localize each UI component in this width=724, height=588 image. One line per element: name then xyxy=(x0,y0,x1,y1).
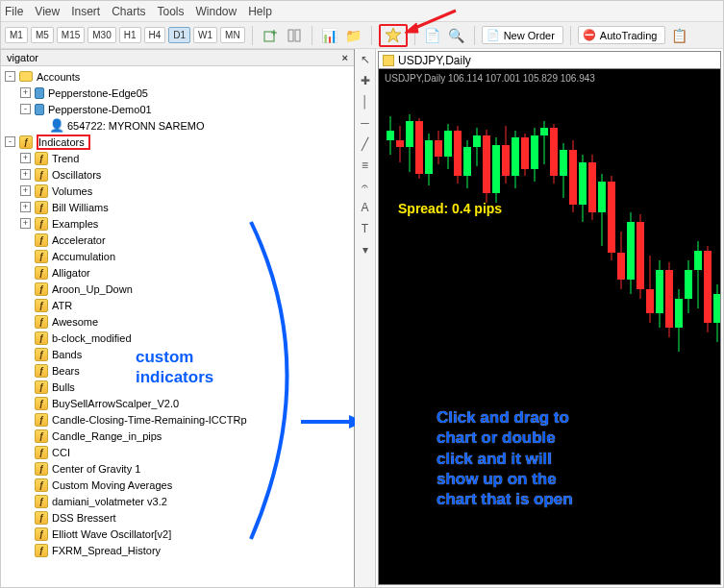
tree-custom-indicator[interactable]: ƒCustom Moving Averages xyxy=(5,477,354,493)
expand-toggle[interactable]: + xyxy=(20,87,31,98)
chart-window[interactable]: USDJPY,Daily USDJPY,Daily 106.114 107.00… xyxy=(378,51,721,585)
expand-toggle[interactable]: + xyxy=(20,169,31,180)
tf-w1[interactable]: W1 xyxy=(193,27,217,43)
label-tool[interactable]: T xyxy=(357,220,374,237)
tf-d1[interactable]: D1 xyxy=(168,27,190,43)
expand-toggle[interactable]: + xyxy=(20,153,31,163)
tf-mn[interactable]: MN xyxy=(220,27,245,43)
tree-indicator-group[interactable]: +ƒVolumes xyxy=(5,183,354,199)
menu-view[interactable]: View xyxy=(35,5,60,18)
tree-custom-indicator[interactable]: ƒElliott Wave Oscillator[v2] xyxy=(5,526,354,542)
channel-tool[interactable]: ≡ xyxy=(357,157,374,174)
crosshair-tool[interactable]: ✚ xyxy=(357,72,374,89)
indicator-icon: ƒ xyxy=(35,201,48,214)
tree-user-account[interactable]: 👤654722: MYRONN SAREMO xyxy=(5,117,354,134)
nav-icon[interactable]: 📁 xyxy=(343,25,364,46)
indicator-icon: ƒ xyxy=(35,282,48,296)
candle xyxy=(540,87,548,584)
tree-custom-indicator[interactable]: ƒCenter of Gravity 1 xyxy=(5,460,354,477)
indicator-icon: ƒ xyxy=(35,511,48,525)
indicator-icon: ƒ xyxy=(35,397,48,410)
tree-label: Accumulation xyxy=(52,251,115,262)
tree-custom-indicator[interactable]: ƒAroon_Up_Down xyxy=(5,281,354,297)
cursor-tool[interactable]: ↖ xyxy=(357,51,374,68)
tree-account[interactable]: -Pepperstone-Demo01 xyxy=(5,101,354,117)
candle xyxy=(694,87,702,584)
horizontal-line-tool[interactable]: ─ xyxy=(357,114,374,132)
expand-toggle[interactable]: + xyxy=(20,202,31,212)
trendline-tool[interactable]: ╱ xyxy=(357,135,374,153)
text-tool[interactable]: A xyxy=(357,199,374,216)
menu-tools[interactable]: Tools xyxy=(158,5,185,18)
tree-label: damiani_volatmeter v3.2 xyxy=(52,496,167,507)
new-chart-icon[interactable] xyxy=(260,25,281,46)
tf-h4[interactable]: H4 xyxy=(144,27,166,43)
candle xyxy=(617,87,625,584)
tree-label: Pepperstone-Demo01 xyxy=(48,104,152,115)
candle xyxy=(646,87,654,584)
indicator-icon: ƒ xyxy=(35,364,48,378)
tree-indicator-group[interactable]: +ƒOscillators xyxy=(5,166,354,183)
tree-label: ATR xyxy=(52,300,72,311)
menu-help[interactable]: Help xyxy=(248,5,272,18)
tree-indicator-group[interactable]: +ƒBill Williams xyxy=(5,199,354,215)
tree-label: Elliott Wave Oscillator[v2] xyxy=(52,528,171,540)
chart-tab-bar: USDJPY,Daily xyxy=(379,52,720,69)
menu-window[interactable]: Window xyxy=(196,5,237,18)
tree-custom-indicator[interactable]: ƒAccumulation xyxy=(5,248,354,264)
tree-custom-indicator[interactable]: ƒCandle_Range_in_pips xyxy=(5,428,354,444)
indicator-icon: ƒ xyxy=(35,299,48,312)
candle xyxy=(560,87,567,584)
tree-custom-indicator[interactable]: ƒDSS Bressert xyxy=(5,509,354,526)
auto-trading-button[interactable]: ⛔ AutoTrading xyxy=(578,26,666,44)
chart-canvas[interactable]: Spread: 0.4 pips xyxy=(379,87,720,584)
tree-account[interactable]: +Pepperstone-Edge05 xyxy=(5,85,354,101)
tree-custom-indicator[interactable]: ƒATR xyxy=(5,297,354,313)
candle xyxy=(608,87,615,584)
new-order-icon: 📄 xyxy=(487,29,500,41)
tree-accounts[interactable]: -Accounts xyxy=(5,68,354,85)
navigator-close[interactable]: × xyxy=(342,52,348,63)
tf-h1[interactable]: H1 xyxy=(119,27,141,43)
tree-label: DSS Bressert xyxy=(52,512,116,524)
tf-m1[interactable]: M1 xyxy=(5,27,28,43)
menu-bar: File View Insert Charts Tools Window Hel… xyxy=(1,1,723,22)
indicator-icon: ƒ xyxy=(35,462,48,476)
tree-custom-indicator[interactable]: ƒdamiani_volatmeter v3.2 xyxy=(5,493,354,509)
tree-custom-indicator[interactable]: ƒFXRM_Spread_History xyxy=(5,542,354,558)
profiles-icon[interactable] xyxy=(284,25,305,46)
expand-toggle[interactable]: - xyxy=(5,71,15,82)
expert-list-icon[interactable]: 📋 xyxy=(668,25,689,46)
expand-toggle[interactable]: - xyxy=(20,104,31,114)
chart-tab-icon xyxy=(383,55,394,66)
tf-m15[interactable]: M15 xyxy=(57,27,85,43)
market-watch-icon[interactable]: 📊 xyxy=(319,25,340,46)
tree-custom-indicator[interactable]: ƒAccelerator xyxy=(5,232,354,248)
expand-toggle[interactable]: + xyxy=(20,218,31,229)
tree-indicator-group[interactable]: +ƒExamples xyxy=(5,215,354,232)
vertical-line-tool[interactable]: │ xyxy=(357,93,374,110)
tree-custom-indicator[interactable]: ƒCCI xyxy=(5,444,354,460)
candle xyxy=(685,87,692,584)
new-order-button[interactable]: 📄 New Order xyxy=(482,26,563,44)
tf-m30[interactable]: M30 xyxy=(87,27,115,43)
tf-m5[interactable]: M5 xyxy=(31,27,54,43)
tree-custom-indicator[interactable]: ƒAwesome xyxy=(5,313,354,330)
tree-custom-indicator[interactable]: ƒBuySellArrowScalper_V2.0 xyxy=(5,395,354,411)
arrows-tool[interactable]: ▾ xyxy=(357,241,374,258)
menu-insert[interactable]: Insert xyxy=(71,5,100,18)
tree-label: Accounts xyxy=(37,71,80,83)
tree-indicators[interactable]: -ƒIndicators xyxy=(5,134,354,150)
fibonacci-tool[interactable]: 𝄐 xyxy=(357,178,374,195)
navigator-tree[interactable]: -Accounts+Pepperstone-Edge05-Pepperstone… xyxy=(1,66,354,587)
tree-indicator-group[interactable]: +ƒTrend xyxy=(5,150,354,166)
menu-charts[interactable]: Charts xyxy=(112,5,145,18)
expand-toggle[interactable]: - xyxy=(5,136,15,147)
tree-custom-indicator[interactable]: ƒAlligator xyxy=(5,264,354,281)
expand-toggle[interactable]: + xyxy=(20,185,31,196)
tree-custom-indicator[interactable]: ƒb-clock_modified xyxy=(5,330,354,346)
chart-tab-label[interactable]: USDJPY,Daily xyxy=(398,54,471,67)
tree-label: Pepperstone-Edge05 xyxy=(48,87,148,99)
menu-file[interactable]: File xyxy=(5,5,23,18)
tree-custom-indicator[interactable]: ƒCandle-Closing-Time-Remaining-ICCTRp xyxy=(5,411,354,428)
